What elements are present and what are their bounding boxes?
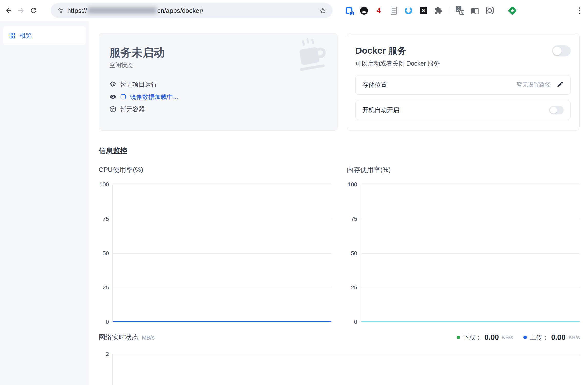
reload-icon: [30, 7, 37, 14]
cpu-series-line: [113, 321, 331, 322]
extension-badge: 1: [349, 11, 355, 16]
autostart-label: 开机自动开启: [362, 106, 399, 114]
window-extension-icon[interactable]: 1: [345, 6, 353, 15]
network-chart-yaxis: 2: [99, 354, 112, 385]
memory-chart-title: 内存使用率(%): [347, 165, 580, 174]
status-rows: 暂无项目运行 镜像数据加载中...: [109, 80, 337, 113]
docker-service-subtitle: 可以启动或者关闭 Docker 服务: [355, 59, 571, 67]
layers-icon: [109, 81, 116, 88]
s-letter-extension-icon[interactable]: S: [419, 6, 428, 15]
upload-value: 0.00: [551, 333, 565, 342]
download-value: 0.00: [484, 333, 499, 342]
counter-extension-icon[interactable]: 4: [374, 6, 383, 15]
download-legend-item: 下载： 0.00 KB/s: [457, 333, 513, 342]
status-row-projects: 暂无项目运行: [109, 80, 337, 89]
memory-chart-yaxis: 100 75 50 25 0: [347, 185, 361, 322]
forward-icon: [17, 7, 25, 14]
memory-series-line: [361, 321, 580, 322]
network-title: 网络实时状态: [99, 333, 139, 342]
download-dot-icon: [457, 336, 460, 339]
memory-usage-chart: 内存使用率(%) 100 75 50 25 0: [347, 165, 580, 322]
status-row-images: 镜像数据加载中...: [109, 93, 337, 101]
back-button[interactable]: [3, 4, 15, 17]
grid-icon: [9, 32, 16, 39]
url-path: cn/apps/docker/: [157, 7, 204, 14]
url-redacted-segment: [88, 7, 157, 14]
loading-spinner-icon: [120, 94, 126, 100]
network-chart-plot: [112, 354, 580, 385]
status-row-label: 镜像数据加载中...: [130, 93, 178, 101]
screenshot-extension-icon[interactable]: [485, 6, 494, 15]
docker-service-card: Docker 服务 可以启动或者关闭 Docker 服务 存储位置 暂无设置路径…: [347, 33, 580, 131]
memory-chart-plot: [361, 185, 580, 322]
autostart-row: 开机自动开启: [355, 100, 571, 120]
forward-button[interactable]: [15, 4, 27, 17]
monitor-heading: 信息监控: [99, 146, 580, 156]
green-diamond-extension-icon[interactable]: [508, 6, 517, 15]
main-content: 服务未启动 空闲状态 暂无项目运行 镜像数据加载中...: [89, 21, 588, 385]
service-status-card: 服务未启动 空闲状态 暂无项目运行 镜像数据加载中...: [99, 33, 338, 131]
site-settings-icon[interactable]: [56, 7, 64, 14]
cpu-chart-yaxis: 100 75 50 25 0: [99, 185, 112, 322]
document-extension-icon[interactable]: [389, 6, 398, 15]
browser-toolbar: https:// cn/apps/docker/ 1 4 S 文 A: [0, 0, 588, 21]
sidebar-item-overview[interactable]: 概览: [3, 26, 86, 45]
toolbar-divider: [449, 7, 449, 14]
status-row-label: 暂无容器: [120, 105, 145, 113]
upload-legend-item: 上传： 0.00 KB/s: [523, 333, 580, 342]
storage-path-value: 暂无设置路径: [517, 81, 551, 89]
eye-icon: [109, 93, 116, 100]
sidebar: 概览: [0, 21, 89, 385]
storage-path-row[interactable]: 存储位置 暂无设置路径: [355, 75, 571, 95]
back-icon: [5, 7, 13, 14]
docker-service-toggle[interactable]: [552, 45, 571, 56]
coffee-cup-icon: [287, 33, 334, 78]
network-chart: 2: [99, 354, 580, 385]
sidebar-item-label: 概览: [20, 32, 32, 40]
network-unit: MB/s: [142, 334, 155, 341]
swirl-extension-icon[interactable]: [404, 6, 413, 15]
docker-service-title: Docker 服务: [355, 45, 406, 57]
url-scheme: https://: [67, 7, 87, 14]
cpu-usage-chart: CPU使用率(%) 100 75 50 25 0: [99, 165, 331, 322]
cpu-chart-plot: [112, 185, 331, 322]
edit-pencil-icon[interactable]: [557, 81, 564, 89]
github-extension-icon[interactable]: [359, 6, 368, 15]
storage-path-label: 存储位置: [362, 81, 387, 89]
url-text[interactable]: https:// cn/apps/docker/: [67, 7, 203, 14]
cpu-chart-title: CPU使用率(%): [99, 165, 331, 174]
top-cards-row: 服务未启动 空闲状态 暂无项目运行 镜像数据加载中...: [99, 33, 580, 131]
url-bar[interactable]: https:// cn/apps/docker/: [51, 3, 333, 18]
docker-card-header: Docker 服务: [355, 45, 571, 57]
app-window: 概览 服务未启动 空闲状态 暂无项目运行 镜像数据加载中...: [0, 21, 588, 385]
extensions-row: 1 4 S 文 A: [345, 6, 517, 15]
upload-dot-icon: [523, 336, 527, 339]
bookmark-star-icon[interactable]: [319, 6, 327, 15]
container-box-icon: [109, 106, 116, 113]
network-section-header: 网络实时状态 MB/s 下载： 0.00 KB/s 上传： 0.00 KB/s: [99, 333, 580, 342]
extensions-puzzle-icon[interactable]: [434, 6, 443, 15]
browser-menu-button[interactable]: [576, 5, 583, 16]
status-row-label: 暂无项目运行: [120, 80, 157, 89]
translate-extension-icon[interactable]: 文 A: [456, 6, 464, 15]
reload-button[interactable]: [27, 4, 40, 17]
reading-list-icon[interactable]: [470, 6, 479, 15]
status-row-containers: 暂无容器: [109, 105, 337, 113]
network-legend: 下载： 0.00 KB/s 上传： 0.00 KB/s: [457, 333, 580, 342]
charts-row: CPU使用率(%) 100 75 50 25 0: [99, 165, 580, 322]
autostart-toggle[interactable]: [549, 106, 564, 114]
